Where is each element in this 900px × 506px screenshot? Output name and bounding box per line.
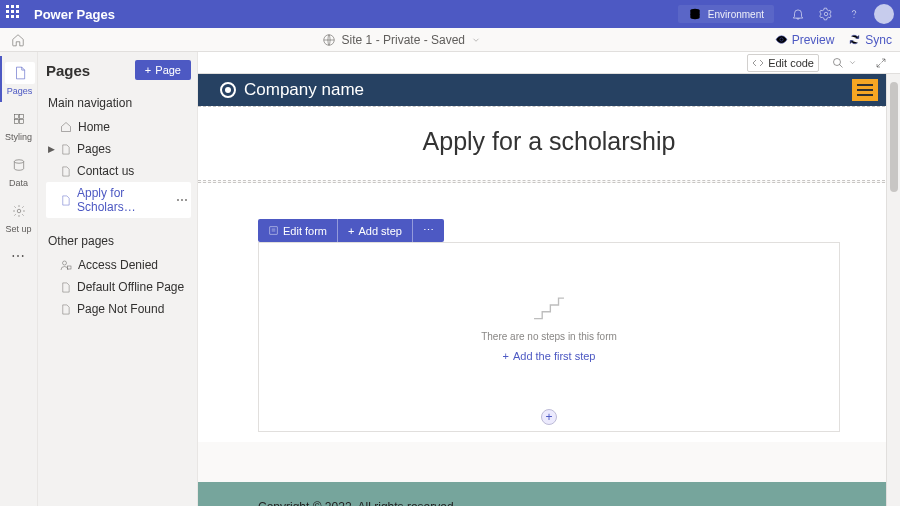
sync-label: Sync	[865, 33, 892, 47]
chevron-down-icon	[471, 35, 481, 45]
nav-item-contact[interactable]: Contact us	[46, 160, 191, 182]
page-icon	[60, 165, 71, 178]
site-footer: Copyright © 2022. All rights reserved.	[198, 482, 900, 506]
person-lock-icon	[60, 259, 72, 271]
main-nav-tree: Home ▶ Pages Contact us Apply for Schola…	[46, 116, 191, 218]
brand-name: Company name	[244, 80, 364, 100]
nav-label: Default Offline Page	[77, 280, 184, 294]
form-toolbar: Edit form + Add step ⋯	[258, 219, 444, 242]
add-section-button[interactable]: +	[541, 409, 557, 425]
design-canvas: Edit code Company name Apply for a schol…	[198, 52, 900, 506]
svg-point-13	[834, 58, 841, 65]
ellipsis-icon: ⋯	[423, 224, 434, 237]
svg-rect-5	[14, 114, 18, 118]
edit-form-button[interactable]: Edit form	[258, 219, 338, 242]
svg-rect-7	[14, 120, 18, 124]
nav-item-home[interactable]: Home	[46, 116, 191, 138]
section-other-pages: Other pages	[48, 234, 191, 248]
preview-button[interactable]: Preview	[775, 33, 835, 47]
settings-button[interactable]	[812, 0, 840, 28]
code-icon	[752, 57, 764, 69]
site-status-text: Site 1 - Private - Saved	[342, 33, 465, 47]
svg-point-2	[854, 17, 855, 18]
item-more-icon[interactable]: ⋯	[176, 193, 189, 207]
empty-state-text: There are no steps in this form	[481, 331, 617, 342]
scrollbar-thumb[interactable]	[890, 82, 898, 192]
edit-code-button[interactable]: Edit code	[747, 54, 819, 72]
chevron-down-icon	[848, 58, 857, 67]
nav-item-apply-scholarship[interactable]: Apply for Scholars… ⋯	[46, 182, 191, 218]
plus-icon: +	[348, 225, 354, 237]
app-bar: Power Pages Environment	[0, 0, 900, 28]
site-header: Company name	[198, 74, 900, 106]
nav-rail: Pages Styling Data Set up ⋯	[0, 52, 38, 506]
page-icon	[60, 143, 71, 156]
svg-point-4	[780, 38, 783, 41]
environment-picker[interactable]: Environment	[678, 5, 774, 23]
rail-more[interactable]: ⋯	[0, 242, 37, 270]
workspace: Pages Styling Data Set up ⋯ Pages + Page…	[0, 52, 900, 506]
svg-point-10	[17, 209, 21, 213]
form-icon	[268, 225, 279, 236]
eye-icon	[775, 33, 788, 46]
svg-rect-6	[19, 114, 23, 118]
site-menu-button[interactable]	[852, 79, 878, 101]
rail-item-styling[interactable]: Styling	[0, 102, 37, 148]
lock-globe-icon	[322, 33, 336, 47]
edit-form-label: Edit form	[283, 225, 327, 237]
page-icon	[60, 281, 71, 294]
other-item-offline[interactable]: Default Offline Page	[46, 276, 191, 298]
add-page-label: Page	[155, 64, 181, 76]
preview-label: Preview	[792, 33, 835, 47]
expand-button[interactable]	[870, 54, 892, 72]
rail-item-pages[interactable]: Pages	[0, 56, 37, 102]
add-page-button[interactable]: + Page	[135, 60, 191, 80]
home-icon	[11, 33, 25, 47]
rail-item-setup[interactable]: Set up	[0, 194, 37, 240]
add-step-button[interactable]: + Add step	[338, 219, 413, 242]
form-more-button[interactable]: ⋯	[413, 219, 444, 242]
edit-code-label: Edit code	[768, 57, 814, 69]
svg-rect-8	[19, 120, 23, 124]
plus-icon: +	[503, 350, 509, 362]
add-step-label: Add step	[358, 225, 401, 237]
other-item-access-denied[interactable]: Access Denied	[46, 254, 191, 276]
data-icon	[12, 158, 26, 172]
svg-rect-14	[270, 227, 277, 234]
notifications-button[interactable]	[784, 0, 812, 28]
nav-label: Pages	[77, 142, 111, 156]
rail-label: Styling	[5, 132, 32, 142]
chevron-right-icon[interactable]: ▶	[48, 144, 55, 154]
page-title-section[interactable]: Apply for a scholarship	[198, 106, 900, 181]
environment-label: Environment	[708, 9, 764, 20]
app-launcher-icon[interactable]	[6, 5, 24, 23]
vertical-scrollbar[interactable]	[886, 74, 900, 506]
page-title: Apply for a scholarship	[198, 127, 900, 156]
multistep-form-card[interactable]: There are no steps in this form + Add th…	[258, 242, 840, 432]
sync-button[interactable]: Sync	[848, 33, 892, 47]
site-status[interactable]: Site 1 - Private - Saved	[28, 33, 775, 47]
svg-point-9	[14, 160, 23, 164]
zoom-button[interactable]	[827, 54, 862, 72]
rail-label: Set up	[5, 224, 31, 234]
sync-icon	[848, 33, 861, 46]
brand-icon	[220, 82, 236, 98]
canvas-toolbar: Edit code	[198, 52, 900, 74]
help-button[interactable]	[840, 0, 868, 28]
user-avatar[interactable]	[874, 4, 894, 24]
footer-text: Copyright © 2022. All rights reserved.	[258, 500, 457, 506]
section-main-nav: Main navigation	[48, 96, 191, 110]
page-icon	[60, 194, 71, 207]
other-item-notfound[interactable]: Page Not Found	[46, 298, 191, 320]
nav-item-pages[interactable]: ▶ Pages	[46, 138, 191, 160]
rail-item-data[interactable]: Data	[0, 148, 37, 194]
rail-label: Data	[9, 178, 28, 188]
add-first-step-label: Add the first step	[513, 350, 596, 362]
canvas-scroll[interactable]: Company name Apply for a scholarship Edi…	[198, 74, 900, 506]
svg-point-11	[63, 261, 67, 265]
form-section: Edit form + Add step ⋯	[198, 183, 900, 442]
nav-label: Apply for Scholars…	[77, 186, 170, 214]
home-button[interactable]	[8, 30, 28, 50]
magnifier-icon	[832, 57, 844, 69]
add-first-step-link[interactable]: + Add the first step	[503, 350, 596, 362]
